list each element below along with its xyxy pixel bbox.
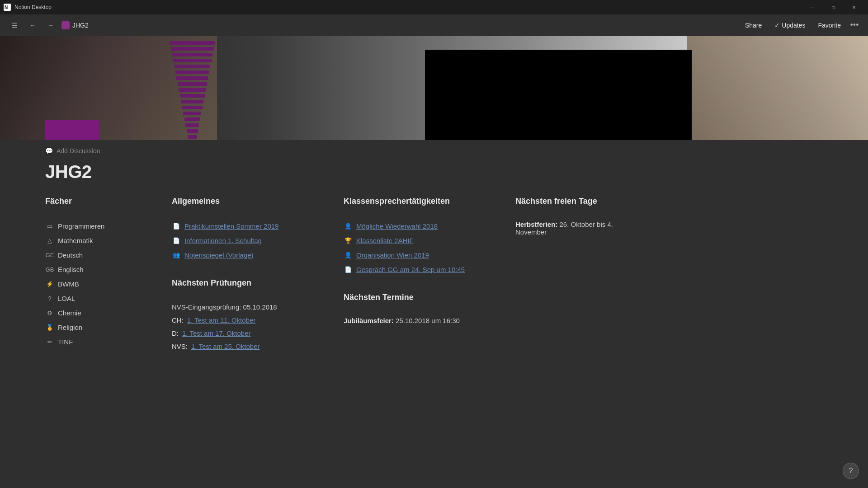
pruefung-item: NVS-Eingangsprüfung: 05.10.2018 bbox=[172, 300, 326, 314]
klassensprecher-item-label[interactable]: Klassenliste 2AHIF bbox=[356, 237, 414, 244]
pruefung-text: NVS-Eingangsprüfung: 05.10.2018 bbox=[172, 303, 277, 311]
updates-button[interactable]: ✓ Updates bbox=[769, 20, 811, 31]
facher-item-icon: ✏ bbox=[45, 337, 54, 346]
facher-item[interactable]: △Mathematik bbox=[45, 233, 154, 248]
facher-item-icon: GE bbox=[45, 250, 54, 259]
facher-item[interactable]: 🏅Religion bbox=[45, 320, 154, 334]
allgemeines-item-label[interactable]: Praktikumstellen Sommer 2019 bbox=[184, 222, 278, 230]
updates-label: Updates bbox=[782, 22, 805, 29]
nav-left: ☰ ← → JHG2 bbox=[7, 18, 736, 33]
allgemeines-item[interactable]: 📄Informationen 1. Schultag bbox=[172, 233, 326, 248]
pruefung-link[interactable]: 1. Test am 25. Oktober bbox=[191, 343, 259, 350]
nav-bar: ☰ ← → JHG2 Share ✓ Updates Favorite ••• bbox=[0, 14, 868, 36]
pyramid-stripe bbox=[172, 53, 212, 56]
pyramid-decoration bbox=[163, 36, 222, 140]
content-columns: Fächer ▭Programmieren△MathematikGEDeutsc… bbox=[0, 197, 868, 353]
facher-item-label: TINF bbox=[58, 338, 73, 346]
klassensprecher-item[interactable]: 🏆Klassenliste 2AHIF bbox=[344, 233, 497, 248]
more-options-button[interactable]: ••• bbox=[848, 19, 861, 32]
facher-item-icon: GB bbox=[45, 265, 54, 274]
updates-check-icon: ✓ bbox=[774, 22, 780, 29]
klassensprecher-item-label[interactable]: Gespräch GG am 24. Sep um 10:45 bbox=[356, 266, 465, 273]
facher-item[interactable]: ?LOAL bbox=[45, 291, 154, 305]
window-title: Notion Desktop bbox=[14, 4, 52, 10]
pruefungen-section: Nächsten Prüfungen NVS-Eingangsprüfung: … bbox=[172, 278, 326, 353]
page-logo bbox=[45, 120, 99, 140]
pyramid-stripe bbox=[170, 41, 215, 45]
klassensprecher-item-label[interactable]: Organisation Wien 2019 bbox=[356, 251, 429, 259]
add-discussion-label: Add Discussion bbox=[57, 147, 100, 155]
facher-item-label: Deutsch bbox=[58, 251, 83, 259]
maximize-button[interactable]: □ bbox=[823, 0, 844, 14]
close-button[interactable]: ✕ bbox=[844, 0, 864, 14]
pyramid-stripe bbox=[174, 65, 210, 68]
termine-list: Jubiläumsfeier: 25.10.2018 um 16:30 bbox=[344, 315, 497, 326]
klassensprecher-item[interactable]: 👤Organisation Wien 2019 bbox=[344, 248, 497, 262]
favorite-button[interactable]: Favorite bbox=[812, 20, 846, 31]
pyramid-stripe bbox=[188, 135, 197, 139]
facher-item-icon: 🏅 bbox=[45, 323, 54, 332]
klassensprecher-item[interactable]: 👤Mögliche Wiederwahl 2018 bbox=[344, 219, 497, 233]
svg-text:N: N bbox=[5, 5, 8, 10]
pruefung-item: D: 1. Test am 17. Oktober bbox=[172, 327, 326, 340]
termine-section: Nächsten Termine Jubiläumsfeier: 25.10.2… bbox=[344, 293, 497, 326]
freie-tage-bold: Herbstferien: bbox=[515, 221, 557, 228]
share-button[interactable]: Share bbox=[740, 20, 767, 31]
facher-item[interactable]: ✏TINF bbox=[45, 334, 154, 349]
minimize-button[interactable]: — bbox=[802, 0, 823, 14]
pruefung-link[interactable]: 1. Test am 11. Oktober bbox=[187, 316, 255, 324]
facher-item-label: BWMB bbox=[58, 280, 79, 288]
freie-tage-item: Herbstferien: 26. Oktober bis 4. Novembe… bbox=[515, 219, 633, 238]
add-discussion-button[interactable]: 💬 Add Discussion bbox=[0, 140, 868, 158]
pyramid-stripe bbox=[187, 129, 198, 133]
allgemeines-item-icon: 📄 bbox=[172, 236, 181, 245]
allgemeines-item-label[interactable]: Notenspiegel (Vorlage) bbox=[184, 251, 254, 259]
menu-toggle-button[interactable]: ☰ bbox=[7, 18, 22, 33]
help-button[interactable]: ? bbox=[843, 463, 859, 479]
facher-item-icon: ▭ bbox=[45, 221, 54, 230]
facher-list: ▭Programmieren△MathematikGEDeutschGBEngl… bbox=[45, 219, 154, 349]
allgemeines-item-label[interactable]: Informationen 1. Schultag bbox=[184, 237, 262, 244]
allgemeines-column: Allgemeines 📄Praktikumstellen Sommer 201… bbox=[172, 197, 326, 353]
breadcrumb-label: JHG2 bbox=[72, 22, 89, 29]
freie-tage-column: Nächsten freien Tage Herbstferien: 26. O… bbox=[515, 197, 633, 353]
pyramid-stripe bbox=[181, 100, 203, 103]
termin-text: 25.10.2018 um 16:30 bbox=[394, 317, 460, 324]
allgemeines-item[interactable]: 📄Praktikumstellen Sommer 2019 bbox=[172, 219, 326, 233]
nav-right: Share ✓ Updates Favorite ••• bbox=[740, 19, 861, 32]
app-icon: N bbox=[4, 4, 11, 11]
facher-item[interactable]: ⚡BWMB bbox=[45, 277, 154, 291]
facher-item[interactable]: GBEnglisch bbox=[45, 262, 154, 277]
facher-column: Fächer ▭Programmieren△MathematikGEDeutsc… bbox=[45, 197, 154, 353]
facher-item-label: LOAL bbox=[58, 295, 75, 302]
facher-item-icon: ⚡ bbox=[45, 279, 54, 288]
allgemeines-item[interactable]: 👥Notenspiegel (Vorlage) bbox=[172, 248, 326, 262]
title-bar: N Notion Desktop — □ ✕ bbox=[0, 0, 868, 14]
window-controls[interactable]: — □ ✕ bbox=[802, 0, 864, 14]
pyramid-stripe bbox=[185, 123, 199, 127]
klassensprecher-header: Klassensprechertätigkeiten bbox=[344, 197, 497, 210]
pruefungen-header: Nächsten Prüfungen bbox=[172, 278, 326, 291]
facher-item-label: Englisch bbox=[58, 266, 84, 273]
forward-button[interactable]: → bbox=[43, 18, 58, 33]
allgemeines-list: 📄Praktikumstellen Sommer 2019📄Informatio… bbox=[172, 219, 326, 262]
klassensprecher-item-label[interactable]: Mögliche Wiederwahl 2018 bbox=[356, 222, 438, 230]
facher-item[interactable]: GEDeutsch bbox=[45, 248, 154, 262]
freie-tage-header: Nächsten freien Tage bbox=[515, 197, 633, 210]
facher-item-label: Mathematik bbox=[58, 237, 93, 244]
facher-item-label: Programmieren bbox=[58, 222, 104, 230]
facher-item[interactable]: ▭Programmieren bbox=[45, 219, 154, 233]
pyramid-stripe bbox=[178, 82, 207, 86]
pruefung-prefix: NVS: bbox=[172, 343, 188, 350]
klassensprecher-item[interactable]: 📄Gespräch GG am 24. Sep um 10:45 bbox=[344, 262, 497, 277]
pyramid-stripe bbox=[183, 112, 201, 115]
pruefung-link[interactable]: 1. Test am 17. Oktober bbox=[182, 329, 250, 337]
discussion-icon: 💬 bbox=[45, 147, 53, 155]
title-bar-left: N Notion Desktop bbox=[4, 4, 52, 11]
breadcrumb: JHG2 bbox=[61, 21, 89, 29]
back-button[interactable]: ← bbox=[25, 18, 40, 33]
pruefung-prefix: CH: bbox=[172, 316, 184, 324]
facher-item[interactable]: ♻Chemie bbox=[45, 305, 154, 320]
pyramid-stripe bbox=[173, 59, 212, 62]
pyramid-stripe bbox=[176, 76, 208, 80]
